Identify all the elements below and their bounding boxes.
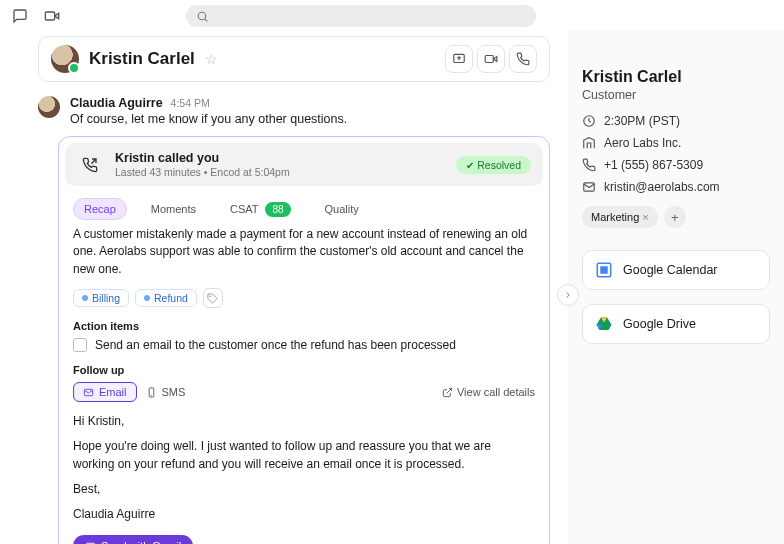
- tab-csat[interactable]: CSAT 88: [220, 199, 301, 219]
- chat-icon[interactable]: [10, 6, 30, 26]
- tag-icon[interactable]: [203, 288, 223, 308]
- csat-score-badge: 88: [265, 202, 290, 217]
- message-text: Of course, let me know if you any other …: [70, 112, 347, 126]
- conversation-pane: Kristin Carlel ☆ Claudia Aguirre 4: [0, 30, 568, 544]
- contact-name: Kristin Carlel: [89, 49, 195, 69]
- call-header: Kristin called you Lasted 43 minutes • E…: [65, 143, 543, 186]
- svg-rect-0: [45, 12, 54, 20]
- pill-refund[interactable]: Refund: [135, 289, 197, 307]
- video-call-button[interactable]: [477, 45, 505, 73]
- action-item-row[interactable]: Send an email to the customer once the r…: [73, 338, 535, 352]
- topbar: [0, 0, 784, 30]
- call-summary-card: Kristin called you Lasted 43 minutes • E…: [58, 136, 550, 544]
- followup-sms-chip[interactable]: SMS: [137, 383, 195, 401]
- integration-google-calendar[interactable]: Google Calendar: [582, 250, 770, 290]
- share-screen-button[interactable]: [445, 45, 473, 73]
- svg-rect-6: [149, 388, 154, 397]
- followup-draft: Hi Kristin, Hope you're doing well. I ju…: [73, 412, 535, 523]
- search-input[interactable]: [186, 5, 536, 27]
- conversation-header: Kristin Carlel ☆: [38, 36, 550, 82]
- star-icon[interactable]: ☆: [205, 51, 218, 67]
- collapse-sidebar-button[interactable]: [557, 284, 579, 306]
- remove-tag-icon[interactable]: ×: [642, 211, 648, 223]
- tab-recap[interactable]: Recap: [73, 198, 127, 220]
- call-title: Kristin called you: [115, 151, 290, 165]
- svg-point-4: [210, 295, 211, 296]
- svg-point-1: [198, 12, 206, 20]
- google-drive-icon: [595, 315, 613, 333]
- followup-email-chip[interactable]: Email: [73, 382, 137, 402]
- status-badge: Resolved: [456, 156, 531, 174]
- topic-pills: Billing Refund: [73, 288, 535, 308]
- message-author: Claudia Aguirre: [70, 96, 163, 110]
- tab-quality[interactable]: Quality: [315, 199, 369, 219]
- send-with-gmail-button[interactable]: Send with Gmail: [73, 535, 193, 544]
- call-subtitle: Lasted 43 minutes • Encod at 5:04pm: [115, 166, 290, 178]
- incoming-call-icon: [77, 152, 103, 178]
- svg-rect-3: [485, 56, 493, 63]
- sidebar-contact-name: Kristin Carlel: [582, 68, 770, 86]
- followup-label: Follow up: [73, 364, 535, 376]
- pill-billing[interactable]: Billing: [73, 289, 129, 307]
- call-tabs: Recap Moments CSAT 88 Quality: [59, 192, 549, 226]
- svg-rect-14: [600, 266, 608, 274]
- sidebar-contact-role: Customer: [582, 88, 770, 102]
- integration-google-drive[interactable]: Google Drive: [582, 304, 770, 344]
- message-time: 4:54 PM: [171, 97, 210, 109]
- contact-avatar: [51, 45, 79, 73]
- call-summary-text: A customer mistakenly made a payment for…: [73, 226, 535, 278]
- google-calendar-icon: [595, 261, 613, 279]
- checkbox-icon[interactable]: [73, 338, 87, 352]
- sidebar-company-row: Aero Labs Inc.: [582, 136, 770, 150]
- tag-marketing[interactable]: Marketing ×: [582, 206, 658, 228]
- tab-moments[interactable]: Moments: [141, 199, 206, 219]
- message-row: Claudia Aguirre 4:54 PM Of course, let m…: [38, 96, 550, 126]
- action-items-label: Action items: [73, 320, 535, 332]
- phone-call-button[interactable]: [509, 45, 537, 73]
- view-call-details-link[interactable]: View call details: [442, 386, 535, 398]
- sidebar-email-row[interactable]: kristin@aerolabs.com: [582, 180, 770, 194]
- sidebar-phone-row[interactable]: +1 (555) 867-5309: [582, 158, 770, 172]
- sidebar-time-row: 2:30PM (PST): [582, 114, 770, 128]
- video-icon[interactable]: [42, 6, 62, 26]
- add-tag-button[interactable]: +: [664, 206, 686, 228]
- contact-sidebar: Kristin Carlel Customer 2:30PM (PST) Aer…: [568, 30, 784, 544]
- action-item-text: Send an email to the customer once the r…: [95, 338, 456, 352]
- author-avatar: [38, 96, 60, 118]
